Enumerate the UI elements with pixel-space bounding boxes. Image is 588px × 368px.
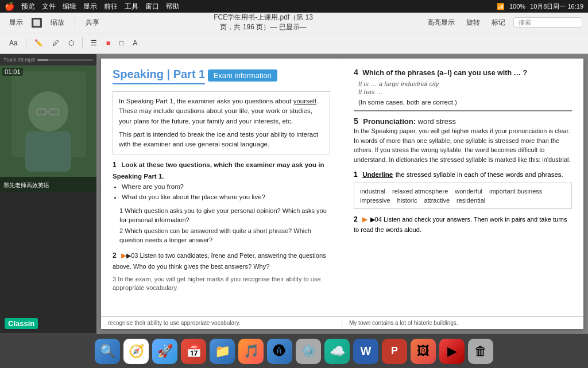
dock-icon-files[interactable]: 📁 [210,339,235,364]
timer-display: 01:01 [2,68,23,76]
pronunciation-text: In the Speaking paper, you will get high… [354,126,572,164]
exam-info-box: Exam information [208,69,277,82]
q5-number: 5 [354,117,358,126]
classin-area: Classin [0,313,96,334]
separator-2 [26,37,26,49]
separator-1 [75,17,75,28]
dock-icon-music[interactable]: 🎵 [238,339,264,364]
q2-text: ▶▶03 Listen to two candidates, Irene and… [113,252,326,270]
highlight-tool-btn[interactable]: 🖊 [49,38,63,48]
menu-go[interactable]: 前往 [104,2,118,11]
border-btn[interactable]: □ [116,38,127,48]
q1-sub-questions: 1 Which question asks you to give your p… [113,206,330,245]
wifi-icon: 📶 [497,3,505,10]
speaking-title: Speaking | Part 1 [113,68,205,84]
dock-icon-launchpad[interactable]: 🚀 [152,339,177,364]
pdf-column-left: Speaking | Part 1 Exam information In Sp… [101,59,342,329]
list-item: What do you like about the place where y… [122,192,330,202]
datetime: 10月8日周一 16:19 [530,2,583,11]
dock: 🔍 🧭 🚀 📅 📁 🎵 🅐 ⚙️ ☁️ W P 🖼 ▶ 🗑 [0,334,588,368]
audio-bar: Track 03.mp3 [0,54,96,65]
q4-header: 4 Which of the phrases (a–l) can you use… [354,68,572,77]
zoom-button[interactable]: 缩放 [47,17,68,29]
rotate-button[interactable]: 旋转 [463,17,483,29]
separator-3 [82,37,83,49]
q3-text: 3 In the exam, you will get higher marks… [113,275,330,293]
annotate-button[interactable]: 标记 [488,17,509,29]
exam-info-paragraph2: This part is intended to break the ice a… [119,130,324,150]
menu-edit[interactable]: 编辑 [63,2,76,11]
pdf-toolbar-top: 显示 🔲 缩放 共享 FCE学生用书-上课用.pdf（第 13 页，共 196 … [0,13,588,33]
text-btn[interactable]: Aa [6,38,21,48]
list-btn[interactable]: ☰ [87,38,100,48]
q1-text: Look at these two questions, which the e… [113,161,324,179]
word-relaxed: relaxed atmosphere [392,188,448,195]
part-label: | Part 1 [167,68,205,80]
dock-icon-word[interactable]: W [353,339,378,364]
menu-window[interactable]: 窗口 [145,2,159,11]
search-input[interactable] [513,17,582,28]
word-attractive: attractive [424,197,450,204]
q1-bullet-list: Where are you from? What do you like abo… [113,181,330,203]
q4-line1: It is … a large industrial city [358,80,572,87]
word-impressive: impressive [360,197,390,204]
word-grid: industrial relaxed atmosphere wonderful … [360,188,566,204]
q4-line2: It has … [358,88,572,95]
dock-icon-settings[interactable]: ⚙️ [296,339,321,364]
q2-section: 2 ▶▶03 Listen to two candidates, Irene a… [113,250,330,272]
pen-btn[interactable]: ✏️ [31,38,47,48]
color-btn[interactable]: ■ [103,38,114,48]
word-historic: historic [397,197,417,204]
pdf-toolbar-bottom: Aa ✏️ 🖊 ⬡ ☰ ■ □ A [0,33,588,54]
audio-progress[interactable] [37,59,93,61]
menu-file[interactable]: 文件 [42,2,56,11]
main-area: 显示 🔲 缩放 共享 FCE学生用书-上课用.pdf（第 13 页，共 196 … [0,13,588,368]
dock-icon-calendar[interactable]: 📅 [181,339,206,364]
exam-info-paragraph1: In Speaking Part 1, the examiner asks yo… [119,96,324,126]
q5-sub2-num: 2 [354,215,358,223]
word-industrial: industrial [360,188,385,195]
dock-icon-ppt[interactable]: P [382,339,407,364]
dock-icon-cloud[interactable]: ☁️ [324,339,350,364]
menubar-right: 📶 100% 10月8日周一 16:19 [497,2,583,11]
word-important: important business [489,188,542,195]
q1-number: 1 [113,161,117,169]
dock-icon-photos[interactable]: 🖼 [411,339,436,364]
bottom-left-text: recognise their ability to use appropria… [101,320,342,326]
q5-sub1-text: the stressed syllable in each of these w… [396,171,563,178]
q2-number: 2 [113,251,117,259]
highlight-button[interactable]: 高亮显示 [424,17,458,29]
pdf-document: Speaking | Part 1 Exam information In Sp… [96,54,588,334]
menu-tools[interactable]: 工具 [125,2,138,11]
pdf-page: Speaking | Part 1 Exam information In Sp… [101,59,583,329]
pronunciation-section: 5 Pronunciation: word stress In the Spea… [354,110,572,234]
font-btn[interactable]: A [129,38,141,48]
battery-status: 100% [509,3,525,10]
word-box: industrial relaxed atmosphere wonderful … [354,183,572,209]
share-button[interactable]: 共享 [82,17,103,29]
teacher-video [0,65,96,192]
q5-sub1-num: 1 [354,171,358,179]
menu-help[interactable]: 帮助 [166,2,180,11]
dock-icon-safari[interactable]: 🧭 [123,339,149,364]
dock-icon-finder[interactable]: 🔍 [95,339,120,364]
apple-icon[interactable]: 🍎 [5,2,14,11]
underline-label: Underline [362,171,393,178]
play-icon-q2: ▶ [121,251,126,259]
bottom-bar: recognise their ability to use appropria… [101,316,583,329]
video-area: 01:01 墨先老师高效英语 [0,65,96,192]
menu-view[interactable]: 显示 [83,2,97,11]
word-residential: residential [457,197,485,204]
shape-btn[interactable]: ⬡ [65,38,78,48]
menu-preview[interactable]: 预览 [21,2,35,11]
pdf-toolbar: 显示 🔲 缩放 共享 FCE学生用书-上课用.pdf（第 13 页，共 196 … [0,13,588,54]
dock-icon-video[interactable]: ▶ [439,339,465,364]
display-button[interactable]: 显示 [6,17,26,29]
q3-section: 3 In the exam, you will get higher marks… [113,275,330,293]
dock-icon-trash[interactable]: 🗑 [468,339,493,364]
dock-icon-appstore[interactable]: 🅐 [267,339,292,364]
q5-sub1: 1 Underline the stressed syllable in eac… [354,169,572,179]
pdf-window: 显示 🔲 缩放 共享 FCE学生用书-上课用.pdf（第 13 页，共 196 … [0,13,588,334]
q5-sub2: 2 ▶ ▶04 Listen and check your answers. T… [354,214,572,234]
bottom-right-text: My town contains a lot of historic build… [342,320,583,326]
